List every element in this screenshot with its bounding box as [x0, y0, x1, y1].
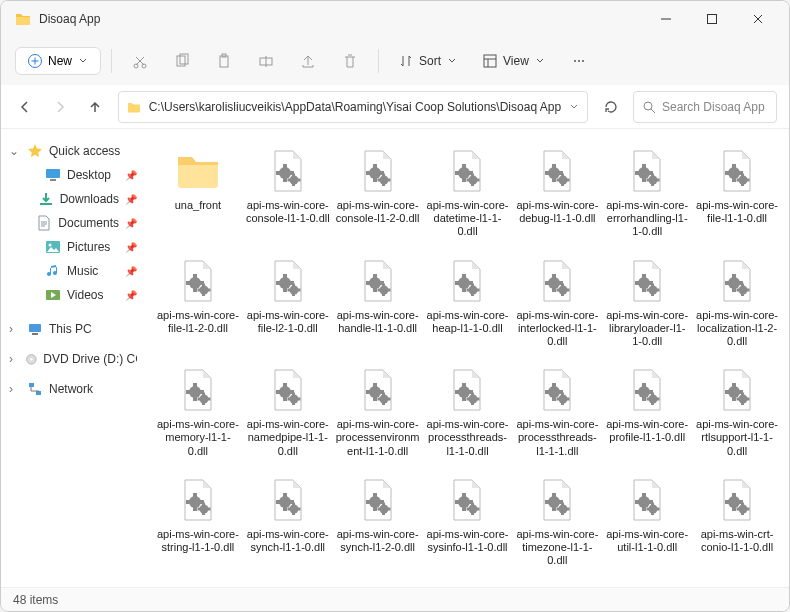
file-item[interactable]: api-ms-win-core-processthreads-l1-1-0.dl…	[426, 362, 510, 458]
dll-file-icon	[350, 253, 406, 309]
file-item[interactable]: api-ms-win-core-libraryloader-l1-1-0.dll	[605, 253, 689, 349]
disc-icon	[25, 351, 38, 367]
maximize-button[interactable]	[689, 3, 735, 35]
refresh-button[interactable]	[598, 91, 623, 123]
sort-button[interactable]: Sort	[389, 48, 467, 74]
file-item[interactable]: api-ms-win-core-profile-l1-1-0.dll	[605, 362, 689, 458]
dll-file-icon	[619, 472, 675, 528]
file-item[interactable]: api-ms-win-crt-conio-l1-1-0.dll	[695, 472, 779, 568]
dll-file-icon	[529, 253, 585, 309]
sidebar-item[interactable]: Documents📌	[23, 211, 141, 235]
file-item[interactable]: api-ms-win-core-heap-l1-1-0.dll	[426, 253, 510, 349]
folder-icon	[15, 11, 31, 27]
pic-icon	[45, 239, 61, 255]
rename-button[interactable]	[248, 43, 284, 79]
sidebar-item[interactable]: Desktop📌	[23, 163, 141, 187]
file-name: api-ms-win-core-handle-l1-1-0.dll	[336, 309, 420, 335]
file-name: api-ms-win-core-datetime-l1-1-0.dll	[426, 199, 510, 239]
minimize-button[interactable]	[643, 3, 689, 35]
file-item[interactable]: api-ms-win-core-memory-l1-1-0.dll	[156, 362, 240, 458]
file-item[interactable]: api-ms-win-core-interlocked-l1-1-0.dll	[515, 253, 599, 349]
sidebar-item[interactable]: Music📌	[23, 259, 141, 283]
file-item[interactable]: api-ms-win-core-debug-l1-1-0.dll	[515, 143, 599, 239]
chevron-down-icon[interactable]	[569, 102, 579, 112]
quick-access[interactable]: ⌄ Quick access	[5, 139, 141, 163]
paste-button[interactable]	[206, 43, 242, 79]
this-pc[interactable]: › This PC	[5, 317, 141, 341]
new-button[interactable]: New	[15, 47, 101, 75]
svg-rect-12	[32, 333, 38, 335]
file-name: api-ms-win-core-console-l1-2-0.dll	[336, 199, 420, 225]
close-button[interactable]	[735, 3, 781, 35]
file-item[interactable]: api-ms-win-core-timezone-l1-1-0.dll	[515, 472, 599, 568]
file-item[interactable]: api-ms-win-core-file-l1-1-0.dll	[695, 143, 779, 239]
view-button[interactable]: View	[473, 48, 555, 74]
dll-file-icon	[619, 253, 675, 309]
network[interactable]: › Network	[5, 377, 141, 401]
file-name: api-ms-win-core-synch-l1-1-0.dll	[246, 528, 330, 554]
file-name: api-ms-win-core-debug-l1-1-0.dll	[515, 199, 599, 225]
file-pane[interactable]: una_frontapi-ms-win-core-console-l1-1-0.…	[146, 129, 789, 587]
forward-button[interactable]	[48, 91, 73, 123]
titlebar[interactable]: Disoaq App	[1, 1, 789, 37]
file-item[interactable]: api-ms-win-core-processthreads-l1-1-1.dl…	[515, 362, 599, 458]
file-item[interactable]: api-ms-win-core-datetime-l1-1-0.dll	[426, 143, 510, 239]
dll-file-icon	[439, 253, 495, 309]
dll-file-icon	[260, 253, 316, 309]
address-box[interactable]: C:\Users\karolisliucveikis\AppData\Roami…	[118, 91, 588, 123]
delete-button[interactable]	[332, 43, 368, 79]
sidebar-item-label: Documents	[58, 216, 119, 230]
sidebar-item-label: Videos	[67, 288, 103, 302]
file-name: api-ms-win-core-processthreads-l1-1-0.dl…	[426, 418, 510, 458]
file-item[interactable]: api-ms-win-core-file-l2-1-0.dll	[246, 253, 330, 349]
file-item[interactable]: api-ms-win-core-console-l1-2-0.dll	[336, 143, 420, 239]
file-item[interactable]: api-ms-win-core-string-l1-1-0.dll	[156, 472, 240, 568]
file-item[interactable]: api-ms-win-core-console-l1-1-0.dll	[246, 143, 330, 239]
sidebar-item[interactable]: Videos📌	[23, 283, 141, 307]
file-item[interactable]: api-ms-win-core-synch-l1-1-0.dll	[246, 472, 330, 568]
dll-file-icon	[439, 362, 495, 418]
file-name: api-ms-win-core-file-l1-2-0.dll	[156, 309, 240, 335]
file-item[interactable]: una_front	[156, 143, 240, 239]
dll-file-icon	[619, 362, 675, 418]
search-box[interactable]: Search Disoaq App	[633, 91, 777, 123]
cut-button[interactable]	[122, 43, 158, 79]
file-item[interactable]: api-ms-win-core-util-l1-1-0.dll	[605, 472, 689, 568]
dll-file-icon	[170, 362, 226, 418]
window-controls	[643, 3, 781, 35]
dll-file-icon	[709, 472, 765, 528]
share-button[interactable]	[290, 43, 326, 79]
pin-icon: 📌	[125, 266, 137, 277]
plus-icon	[28, 54, 42, 68]
dll-file-icon	[709, 253, 765, 309]
dll-file-icon	[350, 143, 406, 199]
back-button[interactable]	[13, 91, 38, 123]
dll-file-icon	[709, 362, 765, 418]
file-item[interactable]: api-ms-win-core-errorhandling-l1-1-0.dll	[605, 143, 689, 239]
sidebar-item[interactable]: Pictures📌	[23, 235, 141, 259]
pin-icon: 📌	[125, 290, 137, 301]
file-item[interactable]: api-ms-win-core-file-l1-2-0.dll	[156, 253, 240, 349]
view-icon	[483, 54, 497, 68]
file-item[interactable]: api-ms-win-core-sysinfo-l1-1-0.dll	[426, 472, 510, 568]
up-button[interactable]	[83, 91, 108, 123]
file-name: api-ms-win-core-localization-l1-2-0.dll	[695, 309, 779, 349]
more-button[interactable]: ⋯	[561, 43, 597, 79]
dvd-drive[interactable]: › DVD Drive (D:) CCCC	[5, 347, 141, 371]
file-item[interactable]: api-ms-win-core-processenvironment-l1-1-…	[336, 362, 420, 458]
file-item[interactable]: api-ms-win-core-rtlsupport-l1-1-0.dll	[695, 362, 779, 458]
file-name: api-ms-win-core-errorhandling-l1-1-0.dll	[605, 199, 689, 239]
file-item[interactable]: api-ms-win-core-localization-l1-2-0.dll	[695, 253, 779, 349]
sidebar-item[interactable]: Downloads📌	[23, 187, 141, 211]
copy-button[interactable]	[164, 43, 200, 79]
file-item[interactable]: api-ms-win-core-namedpipe-l1-1-0.dll	[246, 362, 330, 458]
file-name: api-ms-win-core-file-l2-1-0.dll	[246, 309, 330, 335]
svg-rect-6	[220, 56, 228, 67]
file-name: api-ms-win-core-rtlsupport-l1-1-0.dll	[695, 418, 779, 458]
file-item[interactable]: api-ms-win-core-synch-l1-2-0.dll	[336, 472, 420, 568]
sidebar[interactable]: ⌄ Quick access Desktop📌Downloads📌Documen…	[1, 129, 146, 587]
download-icon	[38, 191, 54, 207]
video-icon	[45, 287, 61, 303]
file-item[interactable]: api-ms-win-core-handle-l1-1-0.dll	[336, 253, 420, 349]
svg-rect-0	[708, 15, 717, 24]
